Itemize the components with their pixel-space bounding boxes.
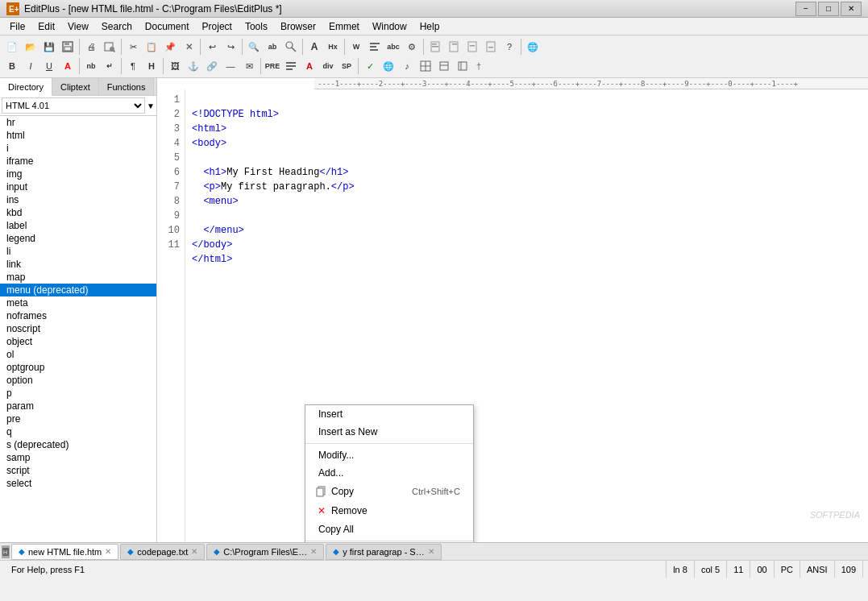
- tb-Hx[interactable]: Hx: [324, 38, 342, 56]
- html-version-select[interactable]: HTML 4.01 HTML 5 XHTML 1.0: [2, 97, 145, 114]
- tb-clip4[interactable]: [482, 38, 500, 56]
- ctx-copy-all[interactable]: Copy All: [305, 520, 473, 538]
- tb-nb[interactable]: nb: [82, 57, 100, 75]
- ctx-modify[interactable]: Modify...: [305, 446, 473, 464]
- tab-close-4[interactable]: ✕: [428, 547, 434, 556]
- tag-hr[interactable]: hr: [0, 116, 156, 129]
- ctx-copy[interactable]: Copy Ctrl+Shift+C: [305, 482, 473, 501]
- tb-copy[interactable]: 📋: [143, 38, 160, 56]
- tb-find-replace[interactable]: ab: [264, 38, 281, 56]
- tb-redo[interactable]: ↪: [222, 38, 239, 56]
- tb-heading[interactable]: H: [143, 57, 160, 75]
- tb-music[interactable]: ♪: [398, 57, 416, 75]
- tb-email[interactable]: ✉: [240, 57, 258, 75]
- tag-noscript[interactable]: noscript: [0, 322, 156, 335]
- tb-font-color[interactable]: A: [301, 57, 318, 75]
- tb-img-icon[interactable]: 🖼: [166, 57, 184, 75]
- tag-option[interactable]: option: [0, 374, 156, 387]
- ctx-remove[interactable]: ✕ Remove: [305, 501, 473, 520]
- menu-window[interactable]: Window: [366, 18, 413, 35]
- tag-input[interactable]: input: [0, 180, 156, 193]
- tag-menu-deprecated[interactable]: menu (deprecated): [0, 284, 156, 296]
- tb-pre[interactable]: PRE: [264, 57, 281, 75]
- tb-para[interactable]: ¶: [124, 57, 142, 75]
- tb-print-preview[interactable]: [101, 38, 118, 56]
- tag-legend[interactable]: legend: [0, 232, 156, 245]
- tag-map[interactable]: map: [0, 271, 156, 284]
- tag-p[interactable]: p: [0, 387, 156, 400]
- tb-save-all[interactable]: [59, 38, 77, 56]
- tag-label[interactable]: label: [0, 219, 156, 232]
- code-content[interactable]: <!DOCTYPE html> <html> <body> <h1>My Fir…: [185, 89, 868, 542]
- ctx-insert[interactable]: Insert: [305, 405, 473, 423]
- tb-cut[interactable]: ✂: [124, 38, 142, 56]
- tag-i[interactable]: i: [0, 142, 156, 155]
- tb-clip3[interactable]: [463, 38, 481, 56]
- tb-paste[interactable]: 📌: [161, 38, 179, 56]
- tb-br[interactable]: ↵: [101, 57, 118, 75]
- menu-document[interactable]: Document: [139, 18, 196, 35]
- tb-print[interactable]: 🖨: [82, 38, 100, 56]
- ctx-insert-as-new[interactable]: Insert as New: [305, 423, 473, 441]
- tb-anchor[interactable]: ⚓: [185, 57, 202, 75]
- menu-tools[interactable]: Tools: [239, 18, 274, 35]
- doc-tab-codepage[interactable]: ◆ codepage.txt ✕: [120, 544, 205, 560]
- tag-select[interactable]: select: [0, 477, 156, 490]
- menu-edit[interactable]: Edit: [31, 18, 61, 35]
- doc-tab-paragraph[interactable]: ◆ y first paragrap - S… ✕: [326, 544, 441, 560]
- tag-img[interactable]: img: [0, 168, 156, 180]
- tag-iframe[interactable]: iframe: [0, 155, 156, 168]
- tag-pre[interactable]: pre: [0, 412, 156, 425]
- tb-clip1[interactable]: [426, 38, 444, 56]
- tb-find[interactable]: 🔍: [245, 38, 263, 56]
- tb-table[interactable]: [417, 57, 434, 75]
- tb-new[interactable]: 📄: [3, 38, 21, 56]
- tab-cliptext[interactable]: Cliptext: [52, 78, 99, 95]
- tb-line[interactable]: —: [222, 57, 239, 75]
- tb-open[interactable]: 📂: [22, 38, 39, 56]
- tag-ins[interactable]: ins: [0, 193, 156, 206]
- tb-save[interactable]: 💾: [40, 38, 58, 56]
- tb-find-in-files[interactable]: [282, 38, 300, 56]
- menu-search[interactable]: Search: [95, 18, 139, 35]
- tb-clip7[interactable]: †: [472, 57, 490, 75]
- tb-clip5[interactable]: [435, 57, 453, 75]
- tag-noframes[interactable]: noframes: [0, 309, 156, 322]
- tb-settings[interactable]: ⚙: [403, 38, 421, 56]
- tab-close-3[interactable]: ✕: [310, 547, 317, 556]
- tb-color[interactable]: A: [59, 57, 77, 75]
- menu-view[interactable]: View: [61, 18, 95, 35]
- tb-clip6[interactable]: [454, 57, 471, 75]
- menu-emmet[interactable]: Emmet: [322, 18, 366, 35]
- tb-div[interactable]: div: [319, 57, 337, 75]
- tab-close-1[interactable]: ✕: [105, 547, 111, 556]
- doc-tab-program-files[interactable]: ◆ C:\Program Files\E… ✕: [206, 544, 324, 560]
- tag-ol[interactable]: ol: [0, 348, 156, 361]
- tb-wordcount[interactable]: [366, 38, 384, 56]
- tag-samp[interactable]: samp: [0, 451, 156, 464]
- html-version-selector[interactable]: HTML 4.01 HTML 5 XHTML 1.0 ▼: [0, 96, 156, 116]
- tab-close-2[interactable]: ✕: [191, 547, 197, 556]
- tb-link2[interactable]: 🔗: [203, 57, 221, 75]
- close-button[interactable]: ✕: [841, 2, 862, 16]
- tb-help[interactable]: ?: [500, 38, 518, 56]
- tag-link[interactable]: link: [0, 258, 156, 271]
- tb-sp[interactable]: SP: [338, 57, 355, 75]
- menu-project[interactable]: Project: [196, 18, 239, 35]
- doc-tab-new-html[interactable]: ◆ new HTML file.htm ✕: [11, 544, 118, 560]
- menu-file[interactable]: File: [3, 18, 31, 35]
- minimize-button[interactable]: −: [795, 2, 816, 16]
- tb-italic[interactable]: I: [22, 57, 39, 75]
- tb-word-wrap[interactable]: W: [347, 38, 365, 56]
- maximize-button[interactable]: □: [818, 2, 839, 16]
- tag-object[interactable]: object: [0, 335, 156, 348]
- tag-kbd[interactable]: kbd: [0, 206, 156, 219]
- tb-browse[interactable]: 🌐: [524, 38, 542, 56]
- code-editor[interactable]: 1 2 3 4 5 6 7 8 9 10 11 <!DOCTYPE html> …: [157, 89, 868, 542]
- menu-browser[interactable]: Browser: [274, 18, 322, 35]
- tb-underline[interactable]: U: [40, 57, 58, 75]
- tb-font-size[interactable]: A: [305, 38, 323, 56]
- tb-undo[interactable]: ↩: [203, 38, 221, 56]
- tb-delete[interactable]: ✕: [180, 38, 197, 56]
- tb-list[interactable]: [282, 57, 300, 75]
